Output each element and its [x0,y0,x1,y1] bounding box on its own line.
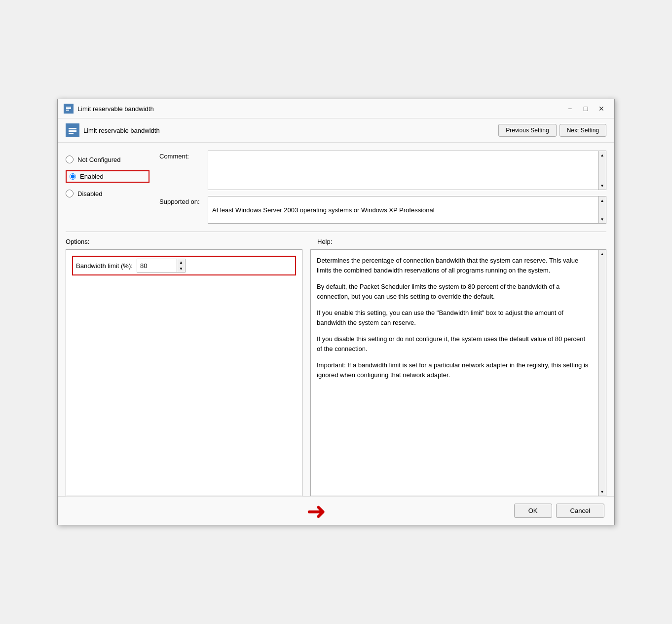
bottom-panels: Bandwidth limit (%): ▲ ▼ Determines the … [58,249,614,496]
comment-supported-section: Comment: ▲ ▼ Supported on: At least Wind… [159,151,606,224]
supported-scroll-track [598,204,606,215]
main-content: Not Configured Enabled Disabled Comment: [58,143,614,496]
options-label: Options: [66,238,307,245]
enabled-radio[interactable] [70,173,76,180]
comment-textarea[interactable] [208,151,598,190]
header-bar: Limit reservable bandwidth Previous Sett… [58,118,614,143]
top-section: Not Configured Enabled Disabled Comment: [58,143,614,232]
disabled-label: Disabled [77,190,103,197]
cancel-button[interactable]: Cancel [556,504,604,518]
radio-group: Not Configured Enabled Disabled [66,151,149,224]
arrow-indicator: ➜ [306,497,326,525]
ok-button[interactable]: OK [514,504,552,518]
next-setting-button[interactable]: Next Setting [560,124,606,137]
window-icon [64,104,74,114]
supported-row: Supported on: At least Windows Server 20… [159,196,606,224]
disabled-radio[interactable] [66,190,74,197]
help-paragraph-4: If you disable this setting or do not co… [317,334,592,353]
help-scrollbar: ▲ ▼ [598,249,606,496]
help-scroll-up[interactable]: ▲ [598,250,606,258]
svg-rect-2 [66,108,71,109]
header-title: Limit reservable bandwidth [83,127,160,134]
minimize-button[interactable]: − [563,103,577,114]
help-scroll-down[interactable]: ▼ [598,488,606,496]
svg-rect-7 [69,133,74,134]
window-title: Limit reservable bandwidth [77,105,154,113]
help-label: Help: [317,238,332,245]
enabled-label: Enabled [80,173,104,180]
help-panel: Determines the percentage of connection … [310,249,598,496]
header-left: Limit reservable bandwidth [66,123,160,137]
maximize-button[interactable]: □ [579,103,593,114]
bandwidth-spin-down[interactable]: ▼ [177,266,185,272]
comment-scroll-down[interactable]: ▼ [598,182,606,190]
svg-rect-3 [66,110,69,111]
disabled-option[interactable]: Disabled [66,190,149,197]
supported-scrollbar: ▲ ▼ [598,196,606,224]
not-configured-radio[interactable] [66,156,74,163]
not-configured-label: Not Configured [77,156,120,163]
previous-setting-button[interactable]: Previous Setting [498,124,556,137]
not-configured-option[interactable]: Not Configured [66,156,149,163]
bottom-labels: Options: Help: [58,232,614,249]
bandwidth-input[interactable] [137,261,177,271]
help-scroll-track [598,258,606,488]
svg-rect-1 [66,107,71,108]
options-panel: Bandwidth limit (%): ▲ ▼ [66,249,302,496]
title-bar-left: Limit reservable bandwidth [64,104,154,114]
bandwidth-label: Bandwidth limit (%): [76,262,133,270]
svg-rect-5 [69,128,76,129]
title-bar: Limit reservable bandwidth − □ ✕ [58,99,614,118]
comment-scroll-track [598,159,606,182]
enabled-option-wrapper: Enabled [66,170,149,183]
comment-scroll-up[interactable]: ▲ [598,151,606,159]
supported-field-wrap: At least Windows Server 2003 operating s… [208,196,606,224]
main-window: Limit reservable bandwidth − □ ✕ Limit r… [57,99,615,525]
bandwidth-spin-buttons: ▲ ▼ [177,259,185,272]
comment-label: Comment: [159,151,204,160]
svg-rect-6 [69,130,76,132]
bandwidth-input-wrap: ▲ ▼ [137,259,186,273]
help-paragraph-1: Determines the percentage of connection … [317,256,592,275]
supported-scroll-up[interactable]: ▲ [598,196,606,204]
bandwidth-spin-up[interactable]: ▲ [177,259,185,266]
help-paragraph-2: By default, the Packet Scheduler limits … [317,282,592,301]
help-paragraph-3: If you enable this setting, you can use … [317,308,592,327]
comment-scrollbar: ▲ ▼ [598,151,606,190]
header-buttons: Previous Setting Next Setting [498,124,606,137]
bandwidth-row: Bandwidth limit (%): ▲ ▼ [72,256,296,275]
supported-text: At least Windows Server 2003 operating s… [208,196,598,224]
supported-label: Supported on: [159,196,204,205]
title-controls: − □ ✕ [563,103,608,114]
comment-row: Comment: ▲ ▼ [159,151,606,190]
footer: ➜ OK Cancel [58,496,614,525]
help-paragraph-5: Important: If a bandwidth limit is set f… [317,360,592,380]
comment-field-wrap: ▲ ▼ [208,151,606,190]
help-panel-wrap: Determines the percentage of connection … [310,249,606,496]
header-icon [66,123,79,137]
close-button[interactable]: ✕ [595,103,608,114]
supported-scroll-down[interactable]: ▼ [598,215,606,223]
